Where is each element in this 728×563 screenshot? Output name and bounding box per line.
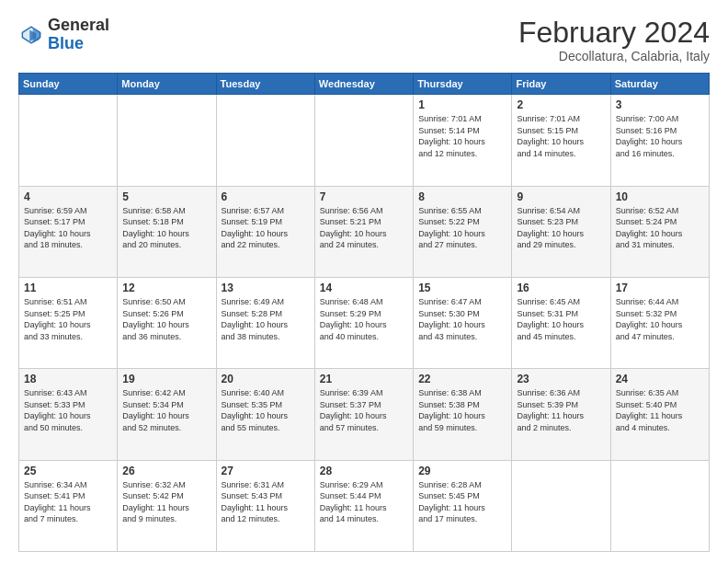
table-row: 6Sunrise: 6:57 AM Sunset: 5:19 PM Daylig… bbox=[216, 186, 314, 277]
day-number: 15 bbox=[418, 282, 506, 294]
table-row: 12Sunrise: 6:50 AM Sunset: 5:26 PM Dayli… bbox=[118, 277, 216, 368]
day-info: Sunrise: 6:40 AM Sunset: 5:35 PM Dayligh… bbox=[222, 387, 310, 433]
day-number: 4 bbox=[24, 190, 112, 203]
day-info: Sunrise: 6:32 AM Sunset: 5:42 PM Dayligh… bbox=[122, 479, 210, 525]
day-info: Sunrise: 6:31 AM Sunset: 5:43 PM Dayligh… bbox=[222, 479, 310, 525]
table-row: 29Sunrise: 6:28 AM Sunset: 5:45 PM Dayli… bbox=[414, 460, 512, 551]
day-number: 16 bbox=[517, 282, 605, 294]
day-info: Sunrise: 6:29 AM Sunset: 5:44 PM Dayligh… bbox=[320, 479, 408, 525]
day-info: Sunrise: 6:59 AM Sunset: 5:17 PM Dayligh… bbox=[24, 205, 112, 251]
col-thursday: Thursday bbox=[414, 74, 512, 95]
table-row: 1Sunrise: 7:01 AM Sunset: 5:14 PM Daylig… bbox=[414, 95, 512, 186]
day-info: Sunrise: 6:43 AM Sunset: 5:33 PM Dayligh… bbox=[24, 387, 112, 433]
day-number: 17 bbox=[616, 282, 704, 294]
col-sunday: Sunday bbox=[19, 74, 118, 95]
day-number: 25 bbox=[24, 465, 112, 477]
day-info: Sunrise: 6:47 AM Sunset: 5:30 PM Dayligh… bbox=[418, 296, 506, 342]
calendar-table: Sunday Monday Tuesday Wednesday Thursday… bbox=[18, 73, 710, 552]
day-info: Sunrise: 6:39 AM Sunset: 5:37 PM Dayligh… bbox=[320, 387, 408, 433]
day-number: 13 bbox=[222, 282, 310, 294]
header: General Blue February 2024 Decollatura, … bbox=[18, 17, 710, 63]
table-row: 28Sunrise: 6:29 AM Sunset: 5:44 PM Dayli… bbox=[314, 460, 413, 551]
table-row: 14Sunrise: 6:48 AM Sunset: 5:29 PM Dayli… bbox=[314, 277, 413, 368]
day-number: 8 bbox=[418, 190, 506, 203]
day-number: 20 bbox=[222, 373, 310, 385]
day-info: Sunrise: 6:55 AM Sunset: 5:22 PM Dayligh… bbox=[418, 205, 506, 251]
table-row: 7Sunrise: 6:56 AM Sunset: 5:21 PM Daylig… bbox=[314, 186, 413, 277]
day-number: 26 bbox=[122, 465, 210, 477]
table-row: 21Sunrise: 6:39 AM Sunset: 5:37 PM Dayli… bbox=[314, 369, 413, 460]
day-number: 11 bbox=[24, 282, 112, 294]
day-number: 28 bbox=[320, 465, 408, 477]
logo-icon bbox=[18, 22, 44, 48]
day-number: 23 bbox=[517, 373, 605, 385]
day-number: 14 bbox=[320, 282, 408, 294]
logo: General Blue bbox=[18, 17, 109, 53]
table-row: 5Sunrise: 6:58 AM Sunset: 5:18 PM Daylig… bbox=[118, 186, 216, 277]
table-row: 25Sunrise: 6:34 AM Sunset: 5:41 PM Dayli… bbox=[19, 460, 118, 551]
col-saturday: Saturday bbox=[610, 74, 709, 95]
day-number: 9 bbox=[517, 190, 605, 203]
col-friday: Friday bbox=[512, 74, 610, 95]
week-row-2: 4Sunrise: 6:59 AM Sunset: 5:17 PM Daylig… bbox=[19, 186, 710, 277]
table-row bbox=[610, 460, 709, 551]
day-info: Sunrise: 6:52 AM Sunset: 5:24 PM Dayligh… bbox=[616, 205, 704, 251]
table-row: 17Sunrise: 6:44 AM Sunset: 5:32 PM Dayli… bbox=[610, 277, 709, 368]
table-row: 16Sunrise: 6:45 AM Sunset: 5:31 PM Dayli… bbox=[512, 277, 610, 368]
day-info: Sunrise: 6:38 AM Sunset: 5:38 PM Dayligh… bbox=[418, 387, 506, 433]
table-row: 2Sunrise: 7:01 AM Sunset: 5:15 PM Daylig… bbox=[512, 95, 610, 186]
table-row: 3Sunrise: 7:00 AM Sunset: 5:16 PM Daylig… bbox=[610, 95, 709, 186]
logo-text: General Blue bbox=[48, 17, 109, 53]
day-info: Sunrise: 6:45 AM Sunset: 5:31 PM Dayligh… bbox=[517, 296, 605, 342]
table-row: 18Sunrise: 6:43 AM Sunset: 5:33 PM Dayli… bbox=[19, 369, 118, 460]
day-info: Sunrise: 7:01 AM Sunset: 5:15 PM Dayligh… bbox=[517, 113, 605, 159]
day-number: 29 bbox=[418, 465, 506, 477]
month-title: February 2024 bbox=[518, 17, 710, 49]
day-info: Sunrise: 6:58 AM Sunset: 5:18 PM Dayligh… bbox=[122, 205, 210, 251]
day-number: 10 bbox=[616, 190, 704, 203]
logo-blue: Blue bbox=[48, 35, 109, 53]
day-number: 12 bbox=[122, 282, 210, 294]
week-row-1: 1Sunrise: 7:01 AM Sunset: 5:14 PM Daylig… bbox=[19, 95, 710, 186]
col-wednesday: Wednesday bbox=[314, 74, 413, 95]
week-row-4: 18Sunrise: 6:43 AM Sunset: 5:33 PM Dayli… bbox=[19, 369, 710, 460]
day-info: Sunrise: 6:44 AM Sunset: 5:32 PM Dayligh… bbox=[616, 296, 704, 342]
table-row: 19Sunrise: 6:42 AM Sunset: 5:34 PM Dayli… bbox=[118, 369, 216, 460]
day-info: Sunrise: 6:54 AM Sunset: 5:23 PM Dayligh… bbox=[517, 205, 605, 251]
table-row: 11Sunrise: 6:51 AM Sunset: 5:25 PM Dayli… bbox=[19, 277, 118, 368]
day-number: 24 bbox=[616, 373, 704, 385]
table-row: 27Sunrise: 6:31 AM Sunset: 5:43 PM Dayli… bbox=[216, 460, 314, 551]
day-info: Sunrise: 6:51 AM Sunset: 5:25 PM Dayligh… bbox=[24, 296, 112, 342]
day-info: Sunrise: 7:01 AM Sunset: 5:14 PM Dayligh… bbox=[418, 113, 506, 159]
day-info: Sunrise: 6:56 AM Sunset: 5:21 PM Dayligh… bbox=[320, 205, 408, 251]
table-row: 9Sunrise: 6:54 AM Sunset: 5:23 PM Daylig… bbox=[512, 186, 610, 277]
day-number: 1 bbox=[418, 98, 506, 111]
table-row bbox=[314, 95, 413, 186]
header-row: Sunday Monday Tuesday Wednesday Thursday… bbox=[19, 74, 710, 95]
table-row: 4Sunrise: 6:59 AM Sunset: 5:17 PM Daylig… bbox=[19, 186, 118, 277]
table-row bbox=[118, 95, 216, 186]
week-row-5: 25Sunrise: 6:34 AM Sunset: 5:41 PM Dayli… bbox=[19, 460, 710, 551]
day-info: Sunrise: 6:57 AM Sunset: 5:19 PM Dayligh… bbox=[222, 205, 310, 251]
day-number: 21 bbox=[320, 373, 408, 385]
table-row: 24Sunrise: 6:35 AM Sunset: 5:40 PM Dayli… bbox=[610, 369, 709, 460]
day-info: Sunrise: 6:50 AM Sunset: 5:26 PM Dayligh… bbox=[122, 296, 210, 342]
table-row: 15Sunrise: 6:47 AM Sunset: 5:30 PM Dayli… bbox=[414, 277, 512, 368]
table-row: 10Sunrise: 6:52 AM Sunset: 5:24 PM Dayli… bbox=[610, 186, 709, 277]
page: General Blue February 2024 Decollatura, … bbox=[0, 0, 728, 563]
week-row-3: 11Sunrise: 6:51 AM Sunset: 5:25 PM Dayli… bbox=[19, 277, 710, 368]
day-info: Sunrise: 6:34 AM Sunset: 5:41 PM Dayligh… bbox=[24, 479, 112, 525]
table-row bbox=[512, 460, 610, 551]
table-row: 13Sunrise: 6:49 AM Sunset: 5:28 PM Dayli… bbox=[216, 277, 314, 368]
day-info: Sunrise: 7:00 AM Sunset: 5:16 PM Dayligh… bbox=[616, 113, 704, 159]
col-monday: Monday bbox=[118, 74, 216, 95]
day-number: 22 bbox=[418, 373, 506, 385]
day-number: 3 bbox=[616, 98, 704, 111]
table-row bbox=[19, 95, 118, 186]
logo-general: General bbox=[48, 17, 109, 35]
table-row: 26Sunrise: 6:32 AM Sunset: 5:42 PM Dayli… bbox=[118, 460, 216, 551]
day-number: 19 bbox=[122, 373, 210, 385]
day-info: Sunrise: 6:35 AM Sunset: 5:40 PM Dayligh… bbox=[616, 387, 704, 433]
table-row bbox=[216, 95, 314, 186]
day-info: Sunrise: 6:42 AM Sunset: 5:34 PM Dayligh… bbox=[122, 387, 210, 433]
